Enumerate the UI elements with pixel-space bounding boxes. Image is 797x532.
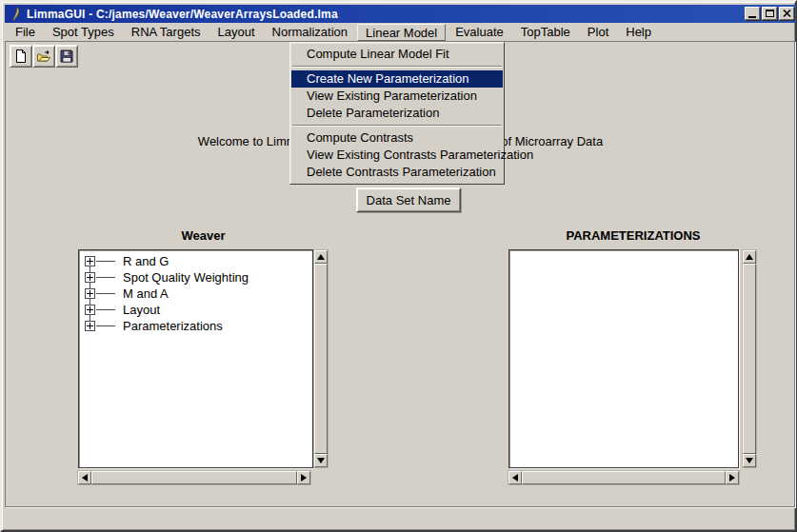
open-file-button[interactable]	[32, 45, 55, 68]
right-vertical-scrollbar[interactable]	[742, 249, 757, 468]
tree-item-m-and-a[interactable]: M and A	[79, 286, 312, 302]
tree-item-label: R and G	[123, 254, 169, 268]
minimize-icon	[748, 16, 756, 18]
menu-evaluate[interactable]: Evaluate	[448, 24, 511, 41]
menu-help[interactable]: Help	[618, 24, 659, 41]
scroll-right-button[interactable]	[726, 471, 739, 484]
tree-item-parameterizations[interactable]: Parameterizations	[79, 318, 312, 334]
maximize-icon	[766, 10, 774, 17]
expand-plus-icon[interactable]	[85, 256, 95, 266]
expand-plus-icon[interactable]	[85, 321, 95, 331]
expand-plus-icon[interactable]	[85, 272, 95, 283]
up-arrow-icon	[317, 254, 325, 260]
scrollbar-track[interactable]	[743, 264, 756, 454]
menu-spot-types[interactable]: Spot Types	[45, 24, 122, 41]
up-arrow-icon	[746, 254, 753, 260]
menu-normalization[interactable]: Normalization	[265, 24, 355, 41]
left-vertical-scrollbar[interactable]	[313, 249, 329, 468]
right-horizontal-scrollbar[interactable]	[508, 470, 740, 485]
menu-plot[interactable]: Plot	[580, 24, 616, 41]
dataset-tree-listbox[interactable]: R and G Spot Quality Weighting M and A L…	[78, 249, 313, 468]
parameterizations-listbox[interactable]	[508, 249, 739, 468]
tree-connector-line	[96, 261, 115, 262]
scroll-up-button[interactable]	[743, 250, 756, 264]
tree-item-r-and-g[interactable]: R and G	[79, 253, 312, 269]
scrollbar-thumb[interactable]	[522, 471, 726, 484]
expand-plus-icon[interactable]	[85, 288, 95, 299]
tree-item-label: Layout	[123, 303, 160, 317]
menu-item-compute-contrasts[interactable]: Compute Contrasts	[291, 129, 503, 147]
tree-item-layout[interactable]: Layout	[79, 302, 312, 318]
menu-item-create-new-parameterization[interactable]: Create New Parameterization	[291, 70, 503, 88]
right-panel-title: PARAMETERIZATIONS	[508, 228, 758, 243]
left-horizontal-scrollbar[interactable]	[77, 470, 311, 485]
menu-item-view-existing-contrasts-parameterization[interactable]: View Existing Contrasts Parameterization	[291, 147, 503, 164]
expand-plus-icon[interactable]	[85, 305, 95, 315]
menu-linear-model[interactable]: Linear Model	[357, 24, 446, 41]
tree-connector-line	[96, 277, 115, 278]
save-file-button[interactable]	[55, 45, 78, 68]
menu-rna-targets[interactable]: RNA Targets	[124, 24, 209, 41]
scroll-right-button[interactable]	[297, 471, 310, 484]
menu-separator	[292, 125, 502, 127]
close-button[interactable]	[779, 7, 794, 20]
menu-bar: File Spot Types RNA Targets Layout Norma…	[5, 23, 796, 42]
down-arrow-icon	[317, 458, 325, 463]
window-title: LimmaGUI - C:/james/Weaver/WeaverArraysL…	[27, 8, 338, 21]
minimize-button[interactable]	[745, 7, 760, 20]
new-document-icon	[13, 49, 29, 64]
menu-item-delete-contrasts-parameterization[interactable]: Delete Contrasts Parameterization	[291, 164, 503, 181]
left-arrow-icon	[82, 474, 88, 482]
maximize-button[interactable]	[762, 7, 777, 20]
menu-separator	[292, 66, 502, 68]
scroll-left-button[interactable]	[78, 471, 91, 484]
data-set-name-button[interactable]: Data Set Name	[356, 187, 461, 212]
menu-file[interactable]: File	[8, 24, 43, 41]
menu-toptable[interactable]: TopTable	[513, 24, 578, 41]
menu-item-delete-parameterization[interactable]: Delete Parameterization	[291, 105, 503, 122]
right-arrow-icon	[301, 474, 307, 482]
scroll-up-button[interactable]	[314, 250, 328, 264]
title-bar[interactable]: LimmaGUI - C:/james/Weaver/WeaverArraysL…	[5, 5, 796, 23]
scrollbar-track[interactable]	[91, 471, 297, 484]
menu-item-compute-linear-model-fit[interactable]: Compute Linear Model Fit	[291, 46, 503, 63]
scroll-left-button[interactable]	[508, 471, 522, 484]
tree-item-label: Spot Quality Weighting	[123, 270, 249, 285]
right-arrow-icon	[729, 474, 735, 482]
menu-item-view-existing-parameterization[interactable]: View Existing Parameterization	[291, 88, 503, 105]
tree-item-label: Parameterizations	[123, 319, 223, 333]
left-arrow-icon	[512, 474, 518, 482]
open-folder-icon	[36, 49, 51, 64]
tree-item-label: M and A	[123, 286, 169, 301]
close-icon	[783, 10, 791, 17]
down-arrow-icon	[746, 458, 753, 463]
scrollbar-thumb[interactable]	[314, 264, 328, 454]
scrollbar-track[interactable]	[522, 471, 726, 484]
tree-connector-line	[96, 325, 115, 326]
app-window: LimmaGUI - C:/james/Weaver/WeaverArraysL…	[0, 0, 797, 532]
scrollbar-thumb[interactable]	[91, 471, 297, 484]
tree-connector-line	[96, 309, 115, 310]
save-disk-icon	[59, 49, 74, 64]
scrollbar-track[interactable]	[314, 264, 328, 454]
menu-layout[interactable]: Layout	[210, 24, 263, 41]
scroll-down-button[interactable]	[743, 454, 756, 467]
tree-item-spot-quality-weighting[interactable]: Spot Quality Weighting	[79, 269, 312, 286]
scrollbar-thumb[interactable]	[743, 264, 756, 454]
feather-icon	[9, 7, 23, 21]
scroll-down-button[interactable]	[314, 454, 328, 467]
linear-model-menu: Compute Linear Model Fit Create New Para…	[289, 42, 505, 185]
tree-connector-line	[96, 293, 115, 294]
new-file-button[interactable]	[10, 45, 32, 68]
left-panel-title: Weaver	[78, 228, 329, 243]
